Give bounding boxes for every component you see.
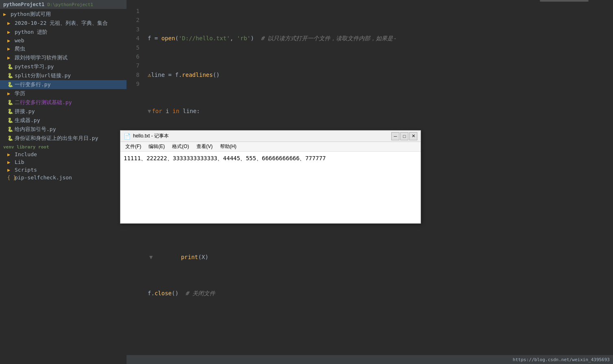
sidebar-item-pytest[interactable]: 🐍 pytest学习.py xyxy=(0,62,127,71)
folder-icon: ▶ xyxy=(7,55,13,61)
sidebar-item-label: python 进阶 xyxy=(15,28,48,36)
notepad-icon: 📄 xyxy=(124,133,131,139)
sidebar-item-split[interactable]: 🐍 split分割url链接.py xyxy=(0,71,127,80)
line-num-1: 1 xyxy=(130,7,140,15)
sidebar-item-python-advanced[interactable]: ▶ python 进阶 xyxy=(0,28,127,37)
sidebar-item-oneline[interactable]: 🐍 一行变多行.py xyxy=(0,80,127,89)
sidebar: pythonProject1 D:\pythonProject1 ▶ pytho… xyxy=(0,0,127,364)
sidebar-item-2020[interactable]: ▶ 2020-10-22 元祖、列表、字典、集合 xyxy=(0,19,127,28)
line-num-2: 2 xyxy=(130,15,140,24)
sidebar-item-label: 学历 xyxy=(15,90,25,97)
code-line-1: f = open('D://hello.txt', 'rb') # 以只读方式打… xyxy=(148,34,613,43)
project-path: D:\pythonProject1 xyxy=(47,2,93,7)
sidebar-item-liuchuanming[interactable]: ▶ 跟刘传明学习软件测试 xyxy=(0,53,127,62)
folder-icon: ▶ xyxy=(7,91,13,96)
folder-icon: ▶ xyxy=(3,11,9,17)
sidebar-item-generator[interactable]: 🐍 生成器.py xyxy=(0,116,127,125)
ide-container: pythonProject1 D:\pythonProject1 ▶ pytho… xyxy=(0,0,613,364)
sidebar-item-spider[interactable]: ▶ 爬虫 xyxy=(0,44,127,53)
notepad-menubar: 文件(F) 编辑(E) 格式(O) 查看(V) 帮助(H) xyxy=(120,142,421,152)
project-name: pythonProject1 xyxy=(3,2,44,7)
sidebar-item-label: 拼接.py xyxy=(15,108,35,115)
notepad-content: 11111、222222、3333333333333、44445、555、666… xyxy=(124,155,326,161)
sidebar-item-label: pytest学习.py xyxy=(15,63,54,70)
notepad-window: 📄 hello.txt - 记事本 ─ □ ✕ 文件(F) 编辑(E) 格式(O… xyxy=(120,130,421,224)
code-line-2: ⚠line = f.readlines() xyxy=(148,70,613,79)
py-icon: 🐍 xyxy=(7,118,13,123)
sidebar-tree: ▶ python测试可用 ▶ 2020-10-22 元祖、列表、字典、集合 ▶ … xyxy=(0,9,127,364)
line-num-4: 4 xyxy=(130,34,140,43)
folder-icon: ▶ xyxy=(7,46,13,52)
sidebar-item-label: split分割url链接.py xyxy=(15,72,71,79)
menu-format[interactable]: 格式(O) xyxy=(169,142,192,151)
notepad-title: hello.txt - 记事本 xyxy=(133,133,389,139)
line-num-7: 7 xyxy=(130,61,140,70)
status-bar: https://blog.csdn.net/weixin_4395693 xyxy=(127,355,613,364)
sidebar-item-include[interactable]: ▶ Include xyxy=(0,150,127,158)
folder-icon: ▶ xyxy=(7,38,13,44)
sidebar-item-pinjie[interactable]: 🐍 拼接.py xyxy=(0,107,127,116)
sidebar-item-label: python测试可用 xyxy=(11,11,51,18)
minimize-button[interactable]: ─ xyxy=(391,132,399,140)
status-url: https://blog.csdn.net/weixin_4395693 xyxy=(513,357,610,362)
sidebar-item-addquotes[interactable]: 🐍 给内容加引号.py xyxy=(0,125,127,134)
menu-file[interactable]: 文件(F) xyxy=(122,142,144,151)
menu-edit[interactable]: 编辑(E) xyxy=(145,142,168,151)
sidebar-item-python-test[interactable]: ▶ python测试可用 xyxy=(0,10,127,19)
line-num-6: 6 xyxy=(130,52,140,61)
py-icon: 🐍 xyxy=(7,82,13,87)
notepad-controls: ─ □ ✕ xyxy=(391,132,417,140)
sidebar-item-idcard[interactable]: 🐍 身份证和身份证上的出生年月日.py xyxy=(0,134,127,143)
sidebar-item-label: 给内容加引号.py xyxy=(15,126,56,133)
py-icon: 🐍 xyxy=(7,73,13,78)
py-icon: 🐍 xyxy=(7,109,13,114)
sidebar-item-label: 二行变多行测试基础.py xyxy=(15,99,72,106)
sidebar-item-label: 一行变多行.py xyxy=(15,81,50,88)
line-num-8: 8 xyxy=(130,70,140,79)
sidebar-header: pythonProject1 D:\pythonProject1 xyxy=(0,0,127,9)
sidebar-item-label: Scripts xyxy=(15,167,37,173)
folder-icon: ▶ xyxy=(7,20,13,26)
line-num-3: 3 xyxy=(130,25,140,34)
maximize-button[interactable]: □ xyxy=(400,132,408,140)
folder-icon: ▶ xyxy=(7,29,13,35)
sidebar-item-label: pip-selfcheck.json xyxy=(15,174,72,181)
sidebar-item-label: Lib xyxy=(15,159,24,165)
sidebar-item-label: 生成器.py xyxy=(15,117,40,124)
py-icon: 🐍 xyxy=(7,126,13,132)
folder-icon: ▶ xyxy=(7,159,13,165)
code-line-8: f.close() # 关闭文件 xyxy=(148,289,613,298)
sidebar-item-label: 跟刘传明学习软件测试 xyxy=(15,54,68,61)
sidebar-item-label: Include xyxy=(15,151,37,157)
line-num-5: 5 xyxy=(130,43,140,52)
sidebar-item-label: 身份证和身份证上的出生年月日.py xyxy=(15,135,98,142)
sidebar-item-scripts[interactable]: ▶ Scripts xyxy=(0,166,127,174)
notepad-body[interactable]: 11111、222222、3333333333333、44445、555、666… xyxy=(120,152,421,223)
code-line-7: ▼ print(X) xyxy=(148,253,613,262)
sidebar-item-pip-selfcheck[interactable]: { } pip-selfcheck.json xyxy=(0,174,127,181)
sidebar-item-xueli[interactable]: ▶ 学历 xyxy=(0,89,127,98)
py-icon: 🐍 xyxy=(7,135,13,141)
notepad-titlebar: 📄 hello.txt - 记事本 ─ □ ✕ xyxy=(120,131,421,142)
py-icon: 🐍 xyxy=(7,64,13,70)
sidebar-item-web[interactable]: ▶ web xyxy=(0,37,127,44)
py-icon: 🐍 xyxy=(7,100,13,105)
venv-section-label: venv library root xyxy=(0,143,127,150)
line-num-9: 9 xyxy=(130,79,140,88)
folder-icon: ▶ xyxy=(7,152,13,157)
menu-help[interactable]: 帮助(H) xyxy=(217,142,240,151)
sidebar-item-label: 2020-10-22 元祖、列表、字典、集合 xyxy=(15,20,108,27)
sidebar-item-label: 爬虫 xyxy=(15,45,25,52)
folder-icon: ▶ xyxy=(7,167,13,173)
code-line-9 xyxy=(148,325,613,334)
sidebar-item-autotest[interactable]: 🐍 二行变多行测试基础.py xyxy=(0,98,127,107)
close-button[interactable]: ✕ xyxy=(409,132,417,140)
sidebar-item-label: web xyxy=(15,37,24,44)
code-line-3: ▼for i in line: xyxy=(148,107,613,116)
json-icon: { } xyxy=(7,175,13,181)
menu-view[interactable]: 查看(V) xyxy=(193,142,216,151)
sidebar-item-lib[interactable]: ▶ Lib xyxy=(0,158,127,166)
